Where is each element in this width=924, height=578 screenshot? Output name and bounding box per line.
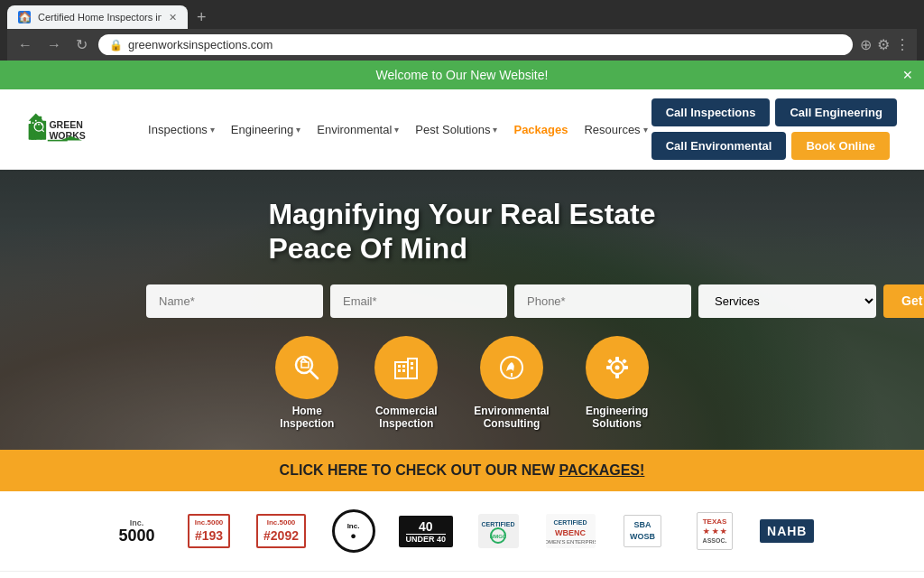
nav-engineering[interactable]: Engineering ▾ <box>231 123 300 136</box>
svg-rect-23 <box>402 369 405 372</box>
svg-text:NMGC: NMGC <box>489 534 506 539</box>
svg-point-28 <box>614 365 619 369</box>
svg-rect-22 <box>398 369 401 372</box>
logo-sba-wosb: SBA WOSB <box>615 515 670 546</box>
svg-rect-29 <box>615 357 619 361</box>
header-buttons-row-1: Call Inspections Call Engineering <box>651 98 897 126</box>
service-environmental-consulting[interactable]: Environmental Consulting <box>474 336 549 430</box>
nav-pest-solutions[interactable]: Pest Solutions ▾ <box>415 123 497 136</box>
browser-chrome: 🏠 Certified Home Inspectors in T... ✕ + … <box>0 0 924 61</box>
service-home-inspection[interactable]: Home Inspection <box>275 336 338 430</box>
menu-icon[interactable]: ⋮ <box>895 36 910 53</box>
logo-area: GREEN WORKS <box>27 107 144 152</box>
logo-40under40: 40 UNDER 40 <box>399 516 454 547</box>
header: GREEN WORKS Inspections ▾ Engineering ▾ … <box>0 89 924 170</box>
logo-wbenc: CERTIFIED WBENC WOMEN'S ENTERPRISE <box>543 514 597 548</box>
svg-rect-8 <box>38 124 40 126</box>
inspections-dropdown-arrow: ▾ <box>210 125 215 135</box>
hero-title: Magnifying Your Real Estate Peace Of Min… <box>268 197 655 266</box>
banner-text: Welcome to Our New Website! <box>376 68 549 82</box>
logo-inc-circle: Inc. ● <box>327 509 381 553</box>
logo-inc5000: Inc. 5000 <box>110 519 164 544</box>
service-icons-row: Home Inspection Commercial Inspect <box>275 336 648 430</box>
engineering-dropdown-arrow: ▾ <box>296 125 300 135</box>
hero-form: Services Home Inspection Commercial Insp… <box>146 284 778 318</box>
environmental-consulting-icon <box>480 336 543 399</box>
hero-content: Magnifying Your Real Estate Peace Of Min… <box>0 170 924 450</box>
welcome-banner: Welcome to Our New Website! ✕ <box>0 61 924 89</box>
svg-rect-24 <box>411 362 413 365</box>
engineering-solutions-icon <box>586 336 649 399</box>
environmental-consulting-label: Environmental Consulting <box>474 405 549 430</box>
bottom-section: Unparalleled Experience And Expertise <box>0 572 924 578</box>
svg-rect-21 <box>402 365 405 368</box>
logo-nmgc: CERTIFIED NMGC <box>471 514 525 548</box>
pest-dropdown-arrow: ▾ <box>493 125 497 135</box>
back-button[interactable]: ← <box>14 35 36 55</box>
extensions-icon: ⚙ <box>877 36 890 53</box>
logo-inc5000-2092: Inc.5000 #2092 <box>254 514 309 549</box>
svg-rect-17 <box>301 362 309 368</box>
svg-rect-25 <box>411 367 413 369</box>
hero-section: Magnifying Your Real Estate Peace Of Min… <box>0 170 924 450</box>
service-engineering-solutions[interactable]: Engineering Solutions <box>586 336 649 430</box>
free-estimate-button[interactable]: Get A Free Estimate <box>883 284 924 318</box>
environmental-dropdown-arrow: ▾ <box>394 125 399 135</box>
header-action-buttons: Call Inspections Call Engineering Call E… <box>651 98 897 160</box>
svg-text:CERTIFIED: CERTIFIED <box>481 521 514 527</box>
home-inspection-icon <box>275 336 338 399</box>
name-input[interactable] <box>146 284 323 318</box>
tab-title: Certified Home Inspectors in T... <box>38 12 162 23</box>
main-nav: Inspections ▾ Engineering ▾ Environmenta… <box>148 123 648 136</box>
tab-close-btn[interactable]: ✕ <box>169 12 177 23</box>
refresh-button[interactable]: ↻ <box>72 34 91 55</box>
commercial-inspection-icon <box>374 336 438 399</box>
svg-rect-32 <box>624 366 628 369</box>
packages-banner-text-before: CLICK HERE TO CHECK OUT OUR NEW <box>280 462 559 478</box>
svg-text:WBENC: WBENC <box>555 528 586 537</box>
svg-line-16 <box>310 371 318 378</box>
logo-nahb: NAHB <box>760 519 814 543</box>
logo-inc5000-193: Inc.5000 #193 <box>182 514 236 549</box>
call-environmental-button[interactable]: Call Environmental <box>651 132 787 160</box>
nav-inspections[interactable]: Inspections ▾ <box>148 123 215 136</box>
call-inspections-button[interactable]: Call Inspections <box>651 98 771 126</box>
svg-text:WOMEN'S ENTERPRISE: WOMEN'S ENTERPRISE <box>546 539 596 545</box>
service-commercial-inspection[interactable]: Commercial Inspection <box>374 336 438 430</box>
svg-text:GREEN: GREEN <box>49 119 83 130</box>
packages-banner[interactable]: CLICK HERE TO CHECK OUT OUR NEW PACKAGES… <box>0 450 924 491</box>
svg-text:CERTIFIED: CERTIFIED <box>553 519 587 526</box>
browser-actions: ⊕ ⚙ ⋮ <box>860 36 910 53</box>
logo-texas: TEXAS ★ ★ ★ ASSOC. <box>688 512 742 550</box>
call-engineering-button[interactable]: Call Engineering <box>775 98 897 126</box>
commercial-inspection-label: Commercial Inspection <box>375 405 438 430</box>
lock-icon: 🔒 <box>109 39 123 51</box>
header-buttons-row-2: Call Environmental Book Online <box>651 132 897 160</box>
logo-image: GREEN WORKS <box>27 107 144 152</box>
book-online-button[interactable]: Book Online <box>791 132 890 160</box>
engineering-solutions-label: Engineering Solutions <box>586 405 648 430</box>
address-bar[interactable]: 🔒 greenworksinspections.com <box>98 34 853 55</box>
active-tab[interactable]: 🏠 Certified Home Inspectors in T... ✕ <box>7 5 188 29</box>
banner-close-button[interactable]: ✕ <box>902 68 913 82</box>
svg-rect-31 <box>606 366 611 369</box>
resources-dropdown-arrow: ▾ <box>643 125 648 135</box>
forward-button[interactable]: → <box>43 35 65 55</box>
packages-banner-highlight: PACKAGES! <box>559 462 645 478</box>
url-text: greenworksinspections.com <box>128 38 273 51</box>
new-tab-button[interactable]: + <box>191 8 212 27</box>
svg-rect-20 <box>398 365 401 368</box>
svg-rect-6 <box>35 120 37 122</box>
tab-favicon: 🏠 <box>18 11 31 23</box>
nav-packages[interactable]: Packages <box>513 123 568 136</box>
nav-environmental[interactable]: Environmental ▾ <box>317 123 399 136</box>
svg-rect-18 <box>395 362 408 378</box>
services-select[interactable]: Services Home Inspection Commercial Insp… <box>698 284 876 318</box>
logos-section: Inc. 5000 Inc.5000 #193 Inc.5000 #2092 I… <box>0 491 924 572</box>
email-input[interactable] <box>330 284 507 318</box>
profile-icon: ⊕ <box>860 36 872 53</box>
browser-tabs: 🏠 Certified Home Inspectors in T... ✕ + <box>7 5 917 29</box>
phone-input[interactable] <box>514 284 691 318</box>
svg-rect-5 <box>32 122 34 124</box>
nav-resources[interactable]: Resources ▾ <box>584 123 647 136</box>
